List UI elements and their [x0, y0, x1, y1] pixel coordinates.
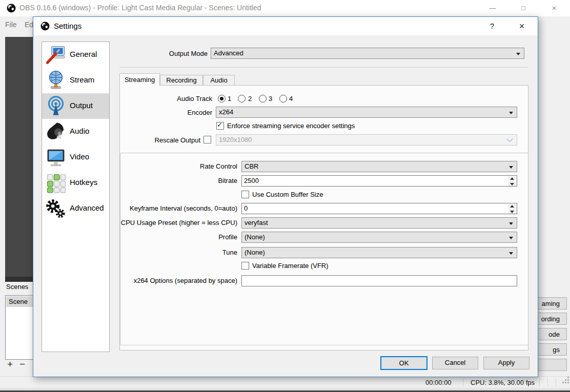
x264-options-label: x264 Options (separated by space) [120, 277, 237, 284]
keyframe-interval-label: Keyframe Interval (seconds, 0=auto) [120, 204, 237, 212]
stream-icon [46, 70, 66, 91]
cpu-preset-label: CPU Usage Preset (higher = less CPU) [120, 219, 237, 226]
resize-grip[interactable] [562, 382, 564, 383]
dialog-titlebar: Settings ? × [33, 17, 538, 35]
bitrate-spinner[interactable]: 2500 [241, 175, 517, 187]
audio-track-option: 1 [228, 95, 231, 102]
status-separator [556, 378, 556, 387]
dialog-close-icon[interactable]: × [514, 20, 530, 32]
close-icon[interactable]: × [545, 2, 563, 14]
rescale-resolution-select: 1920x1080 [216, 134, 517, 146]
sidebar-item-label: Audio [70, 127, 89, 135]
x264-options-input[interactable] [241, 275, 517, 286]
spinner-arrows-icon[interactable] [508, 176, 516, 185]
sidebar-item-label: Stream [70, 75, 94, 84]
spinner-arrows-icon[interactable] [508, 204, 516, 213]
sidebar-item-hotkeys[interactable]: Hotkeys [42, 170, 109, 196]
general-icon [46, 45, 66, 65]
advanced-icon [46, 198, 66, 219]
enforce-encoder-label: Enforce streaming service encoder settin… [227, 122, 355, 130]
audio-icon [46, 121, 66, 142]
audio-track-label: Audio Track [126, 95, 212, 102]
remove-scene-button[interactable]: − [19, 359, 25, 370]
scenes-dock-title: Scenes [6, 283, 28, 291]
stream-time: 00:00:00 [425, 379, 452, 386]
sidebar-item-label: Video [70, 152, 89, 161]
bitrate-label: Bitrate [120, 177, 237, 184]
profile-select[interactable]: (None) [241, 232, 517, 243]
separator [119, 67, 528, 68]
rate-control-select[interactable]: CBR [241, 161, 517, 172]
sidebar-item-audio[interactable]: Audio [42, 119, 109, 145]
settings-dialog: Settings ? × General [33, 16, 538, 377]
obs-logo-icon [40, 22, 50, 31]
sidebar-item-label: Output [70, 101, 93, 110]
custom-buffer-label: Use Custom Buffer Size [252, 191, 323, 198]
add-scene-button[interactable]: + [7, 359, 13, 370]
output-icon [46, 96, 66, 116]
window-title: OBS 0.16.6 (windows) - Profile: Light Ca… [19, 4, 261, 12]
profile-label: Profile [120, 233, 237, 241]
status-bar: 00:00:00 CPU: 3.8%, 30.00 fps [0, 376, 570, 388]
output-mode-label: Output Mode [136, 50, 208, 57]
tab-recording[interactable]: Recording [160, 75, 203, 86]
hotkeys-icon [46, 173, 66, 193]
sidebar-item-video[interactable]: Video [42, 145, 109, 170]
menu-file[interactable]: File [5, 20, 17, 29]
settings-sidebar: General Stream Output [42, 42, 110, 352]
video-icon [46, 147, 66, 168]
status-separator [463, 378, 463, 387]
dialog-title: Settings [54, 22, 82, 30]
audio-track-radio-4[interactable] [279, 95, 287, 102]
rate-control-label: Rate Control [120, 162, 237, 170]
sidebar-item-general[interactable]: General [42, 42, 109, 68]
tune-select[interactable]: (None) [241, 247, 517, 258]
sidebar-item-label: General [70, 50, 97, 58]
tab-audio[interactable]: Audio [203, 75, 235, 86]
audio-track-option: 4 [289, 95, 293, 102]
sidebar-item-output[interactable]: Output [42, 93, 109, 119]
sidebar-item-label: Advanced [70, 203, 104, 212]
main-titlebar: OBS 0.16.6 (windows) - Profile: Light Ca… [0, 0, 570, 16]
keyframe-interval-spinner[interactable]: 0 [241, 203, 517, 214]
status-separator [547, 378, 548, 387]
tab-streaming[interactable]: Streaming [119, 73, 160, 86]
obs-logo-icon [7, 4, 16, 13]
encoder-select[interactable]: x264 [216, 107, 517, 118]
minimize-icon[interactable]: — [484, 2, 501, 14]
ok-button[interactable]: OK [380, 356, 428, 370]
audio-track-radio-3[interactable] [259, 95, 267, 102]
tune-label: Tune [120, 249, 237, 256]
rescale-output-label: Rescale Output [115, 136, 200, 144]
vfr-label: Variable Framerate (VFR) [252, 262, 329, 270]
output-mode-select[interactable]: Advanced [211, 48, 524, 59]
sidebar-item-stream[interactable]: Stream [42, 68, 109, 93]
menu-edit-partial[interactable]: Ed [25, 20, 33, 29]
audio-track-option: 3 [269, 95, 272, 102]
sidebar-item-advanced[interactable]: Advanced [42, 196, 109, 221]
sidebar-item-label: Hotkeys [70, 178, 97, 187]
audio-track-radio-2[interactable] [238, 95, 246, 102]
vfr-checkbox[interactable] [241, 262, 249, 270]
cancel-button[interactable]: Cancel [432, 357, 478, 369]
rescale-output-checkbox[interactable] [203, 136, 211, 143]
cpu-preset-select[interactable]: veryfast [241, 217, 517, 229]
custom-buffer-checkbox[interactable] [241, 191, 249, 198]
encoder-label: Encoder [126, 109, 212, 116]
maximize-icon[interactable]: □ [515, 2, 532, 14]
audio-track-radio-1[interactable] [218, 95, 226, 102]
status-separator [539, 378, 540, 387]
cpu-fps-stats: CPU: 3.8%, 30.00 fps [471, 379, 535, 386]
audio-track-option: 2 [248, 95, 252, 102]
help-icon[interactable]: ? [484, 20, 500, 32]
obs-main-window: OBS 0.16.6 (windows) - Profile: Light Ca… [0, 0, 570, 392]
apply-button[interactable]: Apply [483, 357, 530, 369]
enforce-encoder-checkbox[interactable] [216, 122, 224, 130]
